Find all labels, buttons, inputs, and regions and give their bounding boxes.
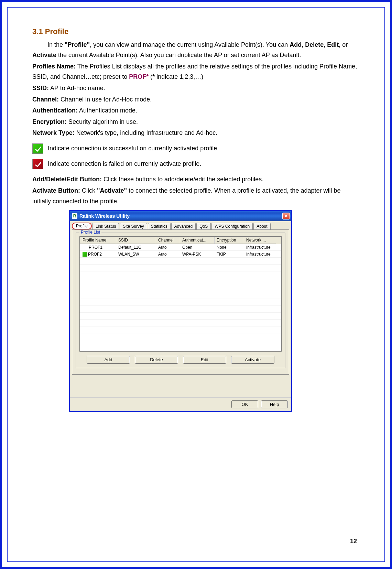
button-row: Add Delete Edit Activate [79,356,282,364]
empty-row [80,258,281,265]
cell-ssid: WLAN_SW [116,252,156,257]
window-title: Ralink Wireless Utility [79,213,130,219]
empty-row [80,271,281,278]
help-button[interactable]: Help [261,400,288,408]
cell-auth: Open [180,245,215,250]
profiles-name-line: Profiles Name: The Profiles List display… [32,61,360,82]
failed-icon [32,159,43,169]
label: Activate Button: [32,187,80,194]
tab-qos[interactable]: QoS [196,223,211,229]
label: Network Type: [32,129,75,136]
empty-row [80,340,281,347]
add-button[interactable]: Add [87,356,130,364]
cell-net: Infrastructure [244,252,276,257]
empty-row [80,285,281,292]
page-outer-border: 3.1 Profile In the "Profile", you can vi… [0,0,392,569]
col-auth[interactable]: Authenticat... [180,237,215,244]
text: Security algorithm in use. [67,118,138,125]
text: , [324,41,327,48]
section-title: Profile [45,27,68,36]
text-bold: Edit [327,41,339,48]
auth-line: Authentication: Authentication mode. [32,105,360,116]
table-row[interactable]: PROF1 Default_11G Auto Open None Infrast… [80,244,281,251]
cell-auth: WPA-PSK [180,252,215,257]
text: Indicate connection is successful on cur… [46,145,219,152]
tab-wps[interactable]: WPS Configuration [211,223,253,229]
connected-icon [32,143,43,154]
delete-button[interactable]: Delete [135,356,178,364]
empty-row [80,320,281,326]
activate-button-line: Activate Button: Click "Activate" to con… [32,185,360,206]
app-icon: R [72,213,77,219]
empty-row [80,265,281,271]
text: the current Available Point(s). Also you… [56,52,301,58]
empty-row [80,333,281,340]
channel-line: Channel: Channel in use for Ad-Hoc mode. [32,94,360,105]
label: SSID: [32,85,49,92]
cell-ssid: Default_11G [116,245,156,250]
label: Authentication: [32,107,78,114]
empty-row [80,292,281,299]
indicator-red-line: Indicate connection is failed on current… [32,159,360,169]
profile-listview[interactable]: Profile Name SSID Channel Authenticat...… [79,236,282,352]
tab-link-status[interactable]: Link Status [92,223,119,229]
cell-enc: None [215,245,244,250]
text: PROF2 [88,252,102,257]
page-inner-border: 3.1 Profile In the "Profile", you can vi… [7,7,385,562]
text: Click these buttons to add/delete/edit t… [102,176,263,183]
col-ssid[interactable]: SSID [116,237,156,244]
text: AP to Ad-hoc name. [49,85,105,92]
text: Channel in use for Ad-Hoc mode. [59,96,152,103]
text-bold: Activate [32,52,56,58]
cell-profile: PROF1 [80,245,116,250]
profile-list-group: Profile List Profile Name SSID Channel A… [76,233,285,368]
ssid-line: SSID: AP to Ad-hoc name. [32,83,360,94]
text: ( [149,73,152,80]
activate-button[interactable]: Activate [231,356,274,364]
edit-button[interactable]: Edit [183,356,226,364]
close-icon[interactable]: ✕ [282,213,290,219]
tab-profile[interactable]: Profile [72,223,92,229]
text: , or [339,41,348,48]
text-bold: "Activate" [97,187,127,194]
col-network[interactable]: Network ... [244,237,276,244]
listview-header[interactable]: Profile Name SSID Channel Authenticat...… [80,237,281,244]
indicator-green-line: Indicate connection is successful on cur… [32,143,360,154]
tab-statistics[interactable]: Statistics [148,223,171,229]
empty-row [80,306,281,313]
tab-body: Profile List Profile Name SSID Channel A… [72,229,289,375]
ralink-window: R Ralink Wireless Utility ✕ Profile Link… [69,210,292,412]
add-delete-edit-line: Add/Delete/Edit Button: Click these butt… [32,174,360,185]
text: indicate 1,2,3,…) [155,73,203,80]
text: Authentication mode. [78,107,137,114]
cell-channel: Auto [156,245,180,250]
text: Click [80,187,97,194]
text: Indicate connection is failed on current… [46,160,201,167]
text: In the [47,41,65,48]
network-line: Network Type: Network's type, including … [32,128,360,138]
cell-channel: Auto [156,252,180,257]
section-number: 3.1 [32,27,43,36]
empty-row [80,299,281,306]
text-bold: Delete [305,41,324,48]
cell-net: Infrastructure [244,245,276,250]
text: , you can view and manage the current us… [90,41,290,48]
ok-button[interactable]: OK [231,400,258,408]
listview-rows: PROF1 Default_11G Auto Open None Infrast… [80,244,281,351]
section-heading: 3.1 Profile [32,27,360,37]
text-bold: "Profile" [65,41,90,48]
tab-advanced[interactable]: Advanced [171,223,196,229]
intro-paragraph: In the "Profile", you can view and manag… [32,40,360,61]
col-channel[interactable]: Channel [156,237,180,244]
empty-row [80,313,281,320]
col-encryption[interactable]: Encryption [215,237,244,244]
col-profile-name[interactable]: Profile Name [80,237,116,244]
label: Add/Delete/Edit Button: [32,176,102,183]
text: , [302,41,305,48]
screenshot-wrapper: R Ralink Wireless Utility ✕ Profile Link… [32,210,360,412]
titlebar[interactable]: R Ralink Wireless Utility ✕ [70,211,291,221]
tab-about[interactable]: About [253,223,270,229]
text: Network's type, including Infrastructure… [75,129,218,136]
tab-site-survey[interactable]: Site Survey [120,223,147,229]
table-row[interactable]: PROF2 WLAN_SW Auto WPA-PSK TKIP Infrastr… [80,251,281,258]
